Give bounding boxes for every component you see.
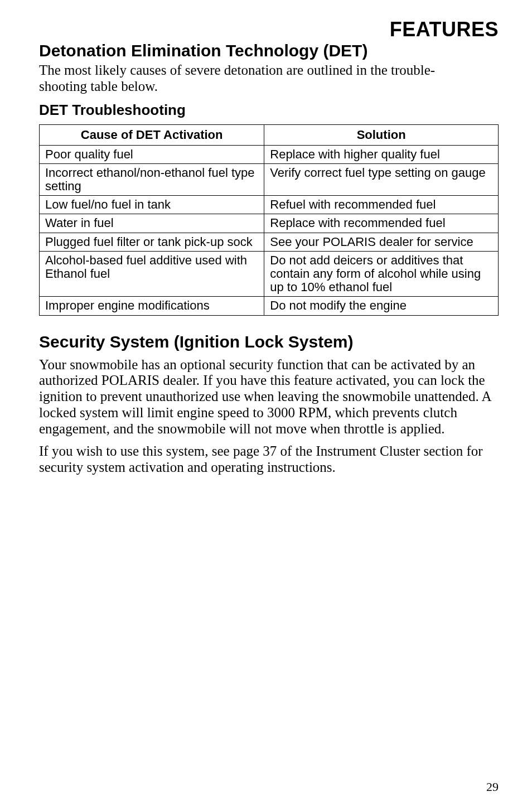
table-row: Alcohol-based fuel additive used with Et… bbox=[40, 251, 499, 297]
security-paragraph-2: If you wish to use this system, see page… bbox=[39, 443, 499, 476]
table-header-cause: Cause of DET Activation bbox=[40, 124, 264, 145]
page-category-header: FEATURES bbox=[39, 18, 499, 41]
cell-solution: Replace with higher quality fuel bbox=[264, 145, 499, 163]
cell-cause: Incorrect ethanol/non-ethanol fuel type … bbox=[40, 163, 264, 195]
cell-cause: Water in fuel bbox=[40, 214, 264, 233]
intro-line-2: shooting table below. bbox=[39, 79, 158, 94]
cell-cause: Poor quality fuel bbox=[40, 145, 264, 163]
intro-line-1: The most likely causes of severe detonat… bbox=[39, 62, 435, 78]
table-header-row: Cause of DET Activation Solution bbox=[40, 124, 499, 145]
cell-solution: Replace with recommended fuel bbox=[264, 214, 499, 233]
page-number: 29 bbox=[486, 780, 499, 794]
table-row: Improper engine modifications Do not mod… bbox=[40, 297, 499, 315]
section-heading-det: Detonation Elimination Technology (DET) bbox=[39, 41, 499, 60]
section-heading-security: Security System (Ignition Lock System) bbox=[39, 332, 499, 351]
table-row: Incorrect ethanol/non-ethanol fuel type … bbox=[40, 163, 499, 195]
security-paragraph-1: Your snowmobile has an optional security… bbox=[39, 357, 499, 437]
table-header-solution: Solution bbox=[264, 124, 499, 145]
intro-paragraph-1: The most likely causes of severe detonat… bbox=[39, 62, 499, 95]
cell-cause: Plugged fuel filter or tank pick-up sock bbox=[40, 233, 264, 251]
cell-cause: Improper engine modifications bbox=[40, 297, 264, 315]
cell-cause: Alcohol-based fuel additive used with Et… bbox=[40, 251, 264, 297]
table-row: Plugged fuel filter or tank pick-up sock… bbox=[40, 233, 499, 251]
cell-solution: Do not add deicers or additives that con… bbox=[264, 251, 499, 297]
subheading-troubleshooting: DET Troubleshooting bbox=[39, 102, 499, 119]
cell-solution: Verify correct fuel type setting on gaug… bbox=[264, 163, 499, 195]
cell-solution: Refuel with recommended fuel bbox=[264, 196, 499, 214]
table-row: Low fuel/no fuel in tank Refuel with rec… bbox=[40, 196, 499, 214]
table-row: Water in fuel Replace with recommended f… bbox=[40, 214, 499, 233]
cell-cause: Low fuel/no fuel in tank bbox=[40, 196, 264, 214]
cell-solution: See your POLARIS dealer for service bbox=[264, 233, 499, 251]
troubleshooting-table: Cause of DET Activation Solution Poor qu… bbox=[39, 124, 499, 316]
table-row: Poor quality fuel Replace with higher qu… bbox=[40, 145, 499, 163]
cell-solution: Do not modify the engine bbox=[264, 297, 499, 315]
